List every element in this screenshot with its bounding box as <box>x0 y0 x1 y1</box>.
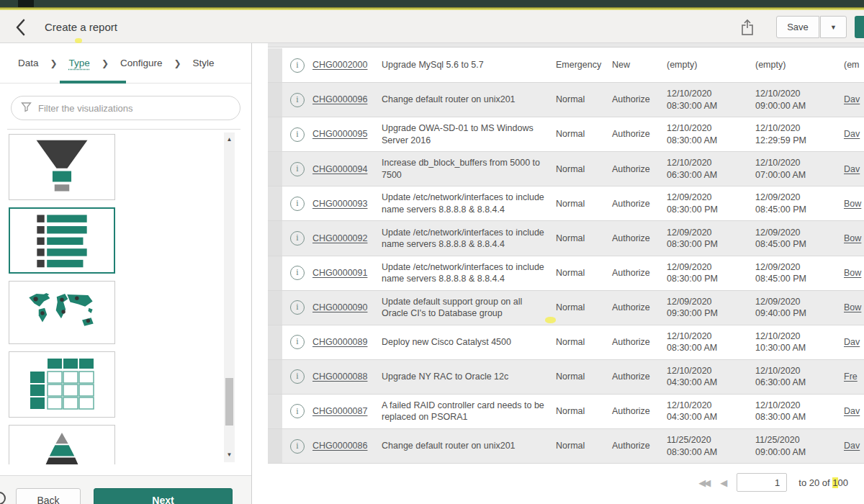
save-button[interactable]: Save <box>776 16 819 38</box>
table-row[interactable]: iCHG0000093Update /etc/network/interface… <box>268 186 864 221</box>
change-number-link[interactable]: CHG0000089 <box>312 337 367 347</box>
wizard-step-style[interactable]: Style <box>193 58 215 68</box>
change-number-link[interactable]: CHG0000086 <box>312 441 367 451</box>
save-dropdown-button[interactable]: ▼ <box>820 16 847 38</box>
visualization-filter-input[interactable]: Filter the visualizations <box>11 96 240 120</box>
row-gutter <box>268 48 282 82</box>
filter-placeholder: Filter the visualizations <box>38 103 133 114</box>
funnel-filter-icon <box>21 102 32 115</box>
assigned-to-link[interactable]: Dav <box>844 337 860 347</box>
info-icon[interactable]: i <box>290 93 305 107</box>
change-number-link[interactable]: CHG0000095 <box>312 129 367 139</box>
viz-list-scrollbar[interactable]: ▲ ▼ <box>224 132 235 462</box>
priority-cell: Normal <box>556 336 612 348</box>
table-row[interactable]: iCHG0000090Update default support group … <box>268 291 864 325</box>
viz-thumbnail-heatmap-table[interactable] <box>9 351 115 418</box>
assigned-to-link[interactable]: Bow <box>844 302 861 312</box>
back-chevron-icon[interactable] <box>14 18 30 37</box>
info-icon[interactable]: i <box>290 369 305 384</box>
panel-footer: Back Next <box>0 475 251 504</box>
viz-thumbnail-pyramid[interactable] <box>9 425 115 464</box>
info-icon[interactable]: i <box>290 162 305 176</box>
info-icon[interactable]: i <box>290 300 305 315</box>
visualization-list: ▲ ▼ <box>0 130 251 464</box>
assigned-to-link[interactable]: Bow <box>844 268 861 278</box>
info-icon[interactable]: i <box>290 404 305 418</box>
first-page-button[interactable]: ◀◀ <box>698 477 708 488</box>
assigned-to-link[interactable]: Bow <box>844 199 861 209</box>
change-number-link[interactable]: CHG0000096 <box>312 94 367 104</box>
change-number-link[interactable]: CHG0000088 <box>312 372 367 382</box>
table-row[interactable]: iCHG0000091Update /etc/network/interface… <box>268 256 864 291</box>
change-number-cell: CHG0002000 <box>312 59 382 71</box>
planned-start-date-cell: 12/09/2020 08:30:00 PM <box>667 227 755 251</box>
wizard-step-type[interactable]: Type <box>69 58 90 68</box>
assigned-to-link[interactable]: Dav <box>844 129 860 139</box>
list-icon <box>22 212 102 269</box>
change-number-link[interactable]: CHG0000092 <box>312 233 367 243</box>
table-row[interactable]: iCHG0000092Update /etc/network/interface… <box>268 221 864 256</box>
assigned-to-link[interactable]: Dav <box>844 164 860 174</box>
priority-cell: Emergency <box>556 59 612 71</box>
change-number-link[interactable]: CHG0000091 <box>312 268 367 278</box>
change-number-cell: CHG0000086 <box>312 440 382 452</box>
page-number-input[interactable] <box>737 473 787 492</box>
back-button[interactable]: Back <box>16 488 81 504</box>
scroll-up-icon[interactable]: ▲ <box>224 134 235 145</box>
info-icon[interactable]: i <box>290 266 305 280</box>
assigned-to-link[interactable]: Dav <box>844 94 860 104</box>
assigned-to-cell: Dav <box>844 163 864 176</box>
pagination-range-label: to 20 of 100 <box>798 477 848 488</box>
planned-start-date-cell: (empty) <box>667 59 755 71</box>
info-icon[interactable]: i <box>290 197 305 211</box>
change-number-link[interactable]: CHG0000093 <box>312 199 367 209</box>
table-row[interactable]: iCHG0000096Change default router on unix… <box>268 83 864 117</box>
table-row[interactable]: iCHG0002000Upgrade MySql 5.6 to 5.7Emerg… <box>268 48 864 83</box>
state-cell: Authorize <box>612 405 667 418</box>
info-icon[interactable]: i <box>290 335 305 349</box>
viz-thumbnail-funnel-chart[interactable] <box>9 134 115 200</box>
info-icon[interactable]: i <box>290 127 305 142</box>
next-button[interactable]: Next <box>94 488 233 504</box>
change-number-link[interactable]: CHG0000094 <box>312 164 367 174</box>
toolbar-edge-button-partial[interactable] <box>855 16 864 38</box>
scroll-down-icon[interactable]: ▼ <box>224 449 235 461</box>
row-info-cell: i <box>282 127 312 142</box>
brand-strip-dark-segment <box>18 0 34 7</box>
table-row[interactable]: iCHG0000095Upgrade OWA-SD-01 to MS Windo… <box>268 117 864 152</box>
assigned-to-cell: Dav <box>844 336 864 348</box>
next-button-label: Next <box>152 495 174 504</box>
viz-thumbnail-world-map[interactable] <box>9 281 115 344</box>
caret-down-icon: ▼ <box>830 24 837 31</box>
table-row[interactable]: iCHG0000094Increase db_block_buffers fro… <box>268 152 864 186</box>
change-number-cell: CHG0000092 <box>312 233 382 245</box>
table-row[interactable]: iCHG0000087A failed RAID controller card… <box>268 395 864 429</box>
scrollbar-thumb[interactable] <box>225 378 233 426</box>
change-request-table-area: iCHG0002000Upgrade MySql 5.6 to 5.7Emerg… <box>252 43 864 504</box>
assigned-to-link[interactable]: Dav <box>844 406 860 416</box>
change-number-link[interactable]: CHG0002000 <box>312 60 367 70</box>
viz-thumbnail-list[interactable] <box>9 207 115 274</box>
help-icon-partial[interactable] <box>0 492 6 504</box>
info-icon[interactable]: i <box>290 58 305 73</box>
change-number-link[interactable]: CHG0000090 <box>312 302 367 312</box>
share-icon[interactable] <box>739 18 757 37</box>
short-description-cell: Upgrade MySql 5.6 to 5.7 <box>382 59 556 71</box>
change-number-link[interactable]: CHG0000087 <box>312 406 367 416</box>
planned-start-date-cell: 12/10/2020 06:30:00 AM <box>667 157 755 181</box>
planned-end-date-cell: 12/10/2020 10:30:00 AM <box>755 330 844 354</box>
wizard-step-configure[interactable]: Configure <box>120 58 163 68</box>
assigned-to-link[interactable]: Bow <box>844 233 861 243</box>
row-gutter <box>268 83 282 117</box>
table-row[interactable]: iCHG0000086Change default router on unix… <box>268 429 864 464</box>
wizard-step-data[interactable]: Data <box>18 58 39 68</box>
assigned-to-link[interactable]: Dav <box>844 441 860 451</box>
assigned-to-link[interactable]: Fre <box>844 372 858 382</box>
table-row[interactable]: iCHG0000089Deploy new Cisco Catalyst 450… <box>268 325 864 360</box>
info-icon[interactable]: i <box>290 439 305 454</box>
table-row[interactable]: iCHG0000088Upgrade NY RAC to Oracle 12cN… <box>268 360 864 395</box>
state-cell: Authorize <box>612 440 667 452</box>
info-icon[interactable]: i <box>290 231 305 246</box>
previous-page-button[interactable]: ◀ <box>720 477 725 488</box>
world-map-icon <box>24 289 99 336</box>
